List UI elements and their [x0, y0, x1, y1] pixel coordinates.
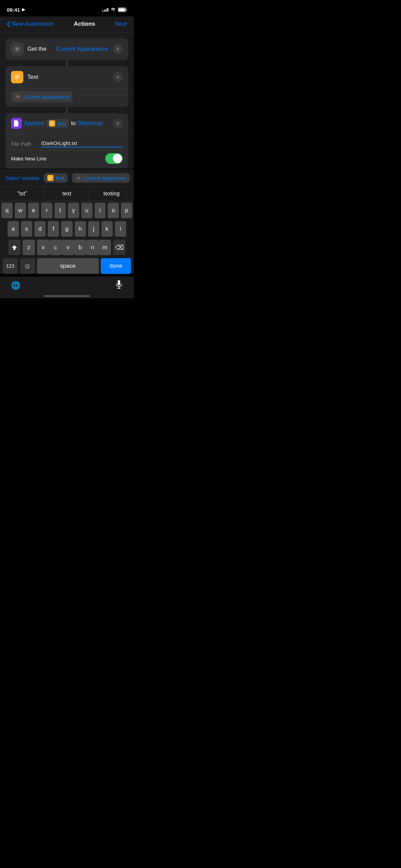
text-icon	[11, 71, 23, 83]
key-f[interactable]: f	[48, 221, 59, 237]
key-z[interactable]: z	[23, 240, 35, 255]
key-c[interactable]: c	[49, 240, 62, 255]
make-new-line-label: Make New Line	[11, 156, 46, 161]
key-w[interactable]: w	[15, 203, 26, 218]
home-bar	[44, 295, 90, 297]
nav-bar: New Automation Actions Next	[0, 16, 134, 33]
done-key[interactable]: done	[101, 258, 131, 274]
current-appearance-variable[interactable]: Current Appearance	[56, 46, 108, 52]
key-p[interactable]: p	[121, 203, 132, 218]
status-time: 09:41 ▶	[7, 7, 25, 13]
key-i[interactable]: i	[95, 203, 106, 218]
predictive-item-2[interactable]: text	[45, 189, 89, 198]
space-key[interactable]: space	[37, 258, 99, 274]
appearance-var-chip-label: Current Appearanc	[83, 175, 126, 181]
text-card-body: Current Appearance	[5, 88, 128, 107]
key-u[interactable]: u	[81, 203, 93, 218]
key-j[interactable]: j	[88, 221, 99, 237]
select-variable-label[interactable]: Select Variable	[5, 175, 40, 181]
wifi-icon	[110, 8, 116, 12]
key-k[interactable]: k	[101, 221, 113, 237]
key-o[interactable]: o	[108, 203, 119, 218]
key-r[interactable]: r	[41, 203, 52, 218]
text-var-chip-label: Text	[55, 175, 65, 181]
keyboard-row-1: q w e r t y u i o p	[1, 203, 132, 218]
append-header: Append Text to Shortcuts ✕	[5, 113, 128, 134]
key-d[interactable]: d	[34, 221, 46, 237]
numbers-key[interactable]: 123	[3, 258, 18, 274]
text-chip-var-icon	[47, 175, 53, 181]
text-card-title: Text	[27, 74, 38, 81]
battery-icon	[118, 8, 127, 12]
key-n[interactable]: n	[86, 240, 99, 255]
appearance-chip[interactable]: Current Appearance	[11, 91, 73, 102]
shift-key[interactable]	[8, 240, 21, 255]
key-l[interactable]: l	[115, 221, 126, 237]
make-new-line-toggle[interactable]	[105, 153, 123, 164]
svg-rect-11	[49, 178, 52, 178]
file-path-value[interactable]: /DarkOrLight.txt	[41, 140, 123, 147]
svg-rect-12	[49, 179, 51, 179]
svg-point-6	[17, 96, 19, 97]
predictive-item-3[interactable]: texting	[89, 189, 134, 198]
key-b[interactable]: b	[74, 240, 86, 255]
svg-rect-1	[119, 8, 125, 11]
key-s[interactable]: s	[21, 221, 32, 237]
next-button[interactable]: Next	[115, 21, 127, 27]
svg-rect-9	[51, 124, 53, 125]
appearance-var-chip[interactable]: Current Appearanc	[72, 173, 130, 183]
globe-icon[interactable]: 🌐	[11, 281, 20, 290]
bottom-extras: 🌐	[0, 277, 134, 292]
keyboard-bottom-row: 123 ☺ space done	[1, 258, 132, 274]
shortcuts-label: Shortcuts	[78, 120, 102, 127]
predictive-bar: "txt" text texting	[0, 186, 134, 201]
key-a[interactable]: a	[8, 221, 19, 237]
svg-rect-3	[15, 75, 20, 76]
append-card: Append Text to Shortcuts ✕ File Path /Da…	[5, 113, 128, 169]
file-path-label: File Path	[11, 141, 38, 147]
key-y[interactable]: y	[68, 203, 79, 218]
text-variable-chip[interactable]: Text	[46, 119, 69, 128]
main-content: Get the Current Appearance ✕ Text ✕	[0, 33, 134, 169]
text-card: Text ✕ Current Appearance	[5, 66, 128, 107]
signal-icon	[102, 8, 108, 12]
close-card3-button[interactable]: ✕	[113, 119, 123, 128]
back-button[interactable]: New Automation	[7, 21, 54, 27]
file-path-row: File Path /DarkOrLight.txt	[11, 137, 123, 150]
svg-rect-8	[51, 123, 53, 123]
close-card2-button[interactable]: ✕	[113, 72, 123, 82]
svg-rect-10	[49, 177, 52, 177]
svg-rect-7	[51, 122, 53, 122]
text-variable-label: Text	[57, 121, 66, 126]
text-chip-icon	[49, 120, 55, 126]
svg-rect-5	[15, 78, 18, 79]
status-icons	[102, 8, 127, 12]
key-m[interactable]: m	[99, 240, 111, 255]
close-card1-button[interactable]: ✕	[113, 44, 123, 54]
key-h[interactable]: h	[75, 221, 86, 237]
predictive-item-1[interactable]: "txt"	[0, 189, 45, 198]
text-var-chip[interactable]: Text	[44, 173, 68, 183]
svg-point-2	[16, 48, 18, 50]
doc-icon	[11, 118, 22, 129]
appearance-chip-label: Current Appearance	[23, 94, 69, 100]
key-v[interactable]: v	[62, 240, 74, 255]
key-g[interactable]: g	[61, 221, 72, 237]
keyboard: q w e r t y u i o p a s d f g h j k l z …	[0, 201, 134, 274]
connector-1	[66, 61, 67, 66]
keyboard-row-2: a s d f g h j k l	[1, 221, 132, 237]
gear-var-icon	[75, 175, 82, 181]
svg-rect-14	[118, 280, 120, 285]
key-q[interactable]: q	[1, 203, 13, 218]
key-e[interactable]: e	[28, 203, 39, 218]
variable-selector-bar: Select Variable Text Current Appearanc	[0, 169, 134, 186]
emoji-key[interactable]: ☺	[20, 258, 35, 274]
get-the-label: Get the	[27, 46, 47, 52]
home-indicator	[0, 292, 134, 298]
key-x[interactable]: x	[37, 240, 49, 255]
mic-icon[interactable]	[115, 280, 123, 291]
key-t[interactable]: t	[54, 203, 66, 218]
append-body: File Path /DarkOrLight.txt Make New Line	[5, 134, 128, 169]
delete-key[interactable]: ⌫	[113, 240, 125, 255]
append-label: Append	[24, 120, 44, 127]
